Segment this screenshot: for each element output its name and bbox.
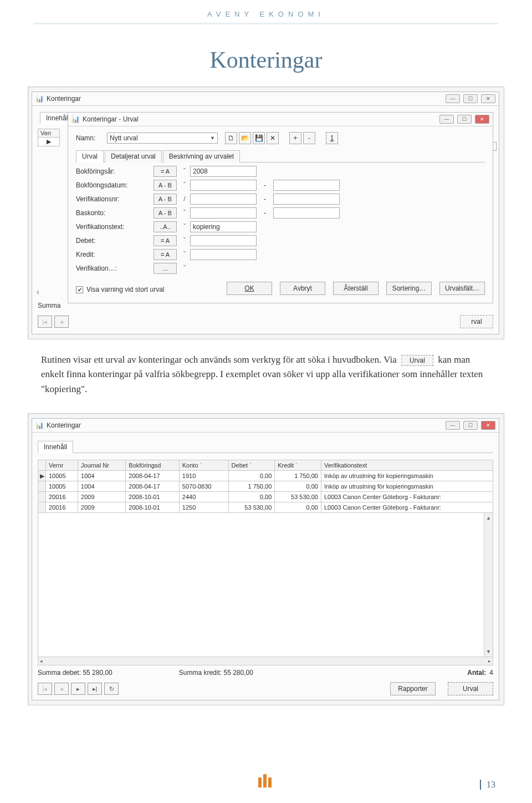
konteringar-window: 📊 Konteringar — ☐ ✕ Innehåll Veri ▶ E ‹ … [32,92,499,334]
operator-button[interactable]: … [154,263,177,274]
new-button[interactable]: 🗋 [225,132,237,144]
col-header[interactable]: Bokföringsd [126,460,179,471]
cell-kredit: 0,00 [275,481,321,492]
minimize-button[interactable]: — [446,94,460,103]
table-row[interactable]: 1000510042008-04-175070-08301 750,000,00… [38,481,493,492]
table-row[interactable]: ▶1000510042008-04-1719100,001 750,00Inkö… [38,471,493,481]
table-row[interactable]: 2001620092008-10-0124400,0053 530,00L000… [38,492,493,502]
table-row[interactable]: 2001620092008-10-01125053 530,000,00L000… [38,502,493,513]
filter-value-1[interactable] [190,194,257,205]
col-header[interactable]: Vernr [46,460,78,471]
col-header[interactable]: Konto ˇ [179,460,228,471]
cell-kredit: 0,00 [275,502,321,513]
cell-debet: 1 750,00 [228,481,275,492]
bg-nav-first[interactable]: |◂ [38,316,52,328]
inline-urval-button[interactable]: Urval [401,355,433,366]
nav-last[interactable]: ▸| [88,683,102,695]
cell-date: 2008-04-17 [126,471,179,481]
tab-beskrivning[interactable]: Beskrivning av urvalet [163,150,240,162]
vertical-scrollbar[interactable] [484,513,493,657]
operator-button[interactable]: = A [154,235,177,246]
col-header[interactable]: Debet ˇ [228,460,275,471]
dialog-minimize[interactable]: — [439,115,454,124]
ok-button[interactable]: OK [227,282,272,295]
sort-button[interactable]: Sortering… [386,282,432,295]
tick-icon: ˇ [181,251,188,258]
row-marker [38,502,46,513]
filter-value-2[interactable] [273,194,340,205]
filter-value-1[interactable] [190,249,257,260]
horizontal-scrollbar[interactable]: ◂▸ [38,657,493,665]
namn-dropdown[interactable]: Nytt urval ▼ [107,133,218,144]
namn-value: Nytt urval [110,134,138,142]
maximize-button-2[interactable]: ☐ [463,421,478,430]
warning-checkbox[interactable]: ✔ [76,286,83,293]
cell-date: 2008-04-17 [126,481,179,492]
operator-button[interactable]: A - B [154,180,177,191]
range-dash: - [257,181,273,189]
cell-vernr: 10005 [46,481,78,492]
fields-button[interactable]: Urvalsfält… [439,282,485,295]
filter-row: Verifikationstext:..A..ˇkopiering [76,221,485,232]
filter-row: Bokföringsår:= Aˇ2008 [76,166,485,177]
antal-value: 4 [489,669,493,677]
reset-button[interactable]: Återställ [333,282,378,295]
scroll-left-icon[interactable]: ‹ [37,287,39,296]
plus-button[interactable]: + [289,132,301,144]
operator-button[interactable]: = A [154,249,177,260]
tab-innehall-2[interactable]: Innehåll [38,441,73,453]
close-button[interactable]: ✕ [481,94,495,103]
operator-button[interactable]: A - B [154,194,177,205]
urval-button[interactable]: Urval [448,682,493,695]
tick-icon: ˇ [181,209,188,217]
dialog-close[interactable]: ✕ [475,115,489,124]
tab-detaljerat[interactable]: Detaljerat urval [105,150,162,162]
rapporter-button[interactable]: Rapporter [390,682,436,695]
cell-jnr: 1004 [78,481,126,492]
minimize-button-2[interactable]: — [446,421,460,430]
cell-jnr: 2009 [78,502,126,513]
nav-prev[interactable]: ◂ [54,683,69,695]
operator-button[interactable]: = A [154,166,177,177]
cell-jnr: 1004 [78,471,126,481]
nav-next[interactable]: ▸ [71,683,85,695]
col-header[interactable]: Journal Nr [78,460,126,471]
delete-button[interactable]: ✕ [267,132,279,144]
cell-debet: 0,00 [228,492,275,502]
refresh-button[interactable]: ↻ [104,683,119,695]
dialog-maximize[interactable]: ☐ [457,115,472,124]
tab-urval[interactable]: Urval [76,150,104,162]
cancel-button[interactable]: Avbryt [280,282,325,295]
cell-debet: 53 530,00 [228,502,275,513]
cell-date: 2008-10-01 [126,492,179,502]
filter-row: Verifikationsnr:A - B/- [76,194,485,205]
operator-button[interactable]: ..A.. [154,221,177,232]
one-button[interactable]: 1 [326,132,338,144]
cell-text: L0003 Canon Center Göteborg - Fakturanr: [321,502,493,513]
filter-value-1[interactable] [190,207,257,218]
filter-value-1[interactable]: kopiering [190,221,257,232]
filter-value-1[interactable]: 2008 [190,166,257,177]
filter-value-2[interactable] [273,180,340,191]
app-icon-2: 📊 [35,421,43,429]
sum-debet: Summa debet: 55 280,00 [38,669,112,677]
col-header[interactable]: Verifikationstext [321,460,493,471]
open-button[interactable]: 📂 [239,132,251,144]
filter-value-1[interactable] [190,235,257,246]
nav-first[interactable]: |◂ [38,683,52,695]
logo-icon [258,774,274,787]
operator-button[interactable]: A - B [154,207,177,218]
minus-button[interactable]: - [303,132,315,144]
maximize-button[interactable]: ☐ [463,94,478,103]
save-button[interactable]: 💾 [253,132,265,144]
filter-value-1[interactable] [190,180,257,191]
bg-urval-button[interactable]: rval [460,315,493,328]
col-header[interactable]: Kredit ˇ [275,460,321,471]
filter-label: Kredit: [76,251,154,258]
dialog-icon: 📊 [71,115,79,123]
bg-nav-prev[interactable]: ◂ [54,316,69,328]
body-text-a: Rutinen visar ett urval av konteringar o… [41,354,399,365]
table-empty-area [38,513,493,657]
filter-value-2[interactable] [273,207,340,218]
close-button-2[interactable]: ✕ [481,421,495,430]
